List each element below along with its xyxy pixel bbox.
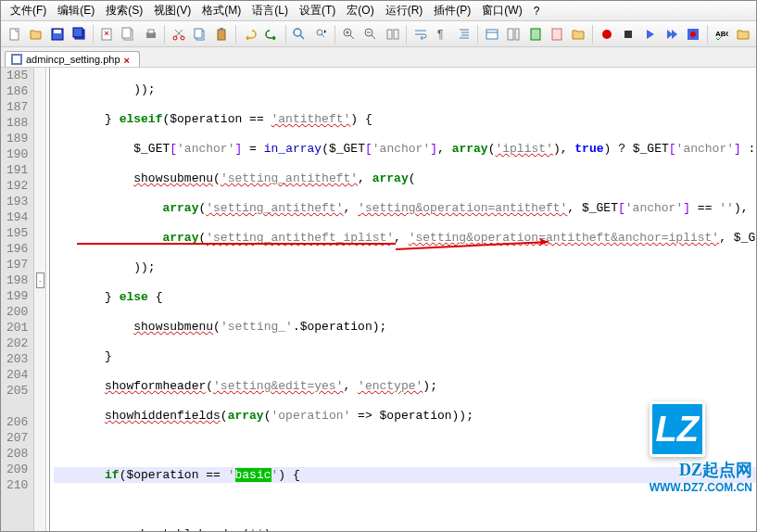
close-icon[interactable]	[97, 24, 117, 44]
svg-rect-7	[122, 28, 131, 38]
redo-icon[interactable]	[262, 24, 282, 44]
new-file-icon[interactable]	[5, 24, 24, 44]
user-lang-icon[interactable]	[482, 24, 501, 44]
svg-rect-29	[625, 31, 632, 38]
menu-search[interactable]: 搜索(S)	[100, 1, 148, 20]
menu-edit[interactable]: 编辑(E)	[52, 1, 100, 20]
find-icon[interactable]	[290, 24, 309, 44]
menu-settings[interactable]: 设置(T)	[294, 1, 341, 20]
replace-icon[interactable]	[311, 24, 331, 44]
play-multi-icon[interactable]	[662, 24, 681, 44]
svg-rect-24	[508, 29, 513, 40]
menu-plugins[interactable]: 插件(P)	[428, 1, 476, 20]
code-editor[interactable]: 1851861871881891901911921931941951961971…	[1, 68, 756, 531]
svg-rect-26	[531, 29, 540, 40]
open-file-icon[interactable]	[26, 24, 45, 44]
menu-file[interactable]: 文件(F)	[5, 1, 52, 20]
svg-rect-25	[515, 29, 519, 40]
paste-icon[interactable]	[212, 24, 232, 44]
dir-icon[interactable]	[733, 24, 752, 44]
watermark-url: WWW.DZ7.COM.CN	[650, 481, 752, 494]
tab-close-icon[interactable]: ×	[124, 55, 133, 64]
copy-icon[interactable]	[191, 24, 210, 44]
annotation-underline	[77, 243, 396, 245]
menu-format[interactable]: 格式(M)	[196, 1, 246, 20]
menu-macro[interactable]: 宏(O)	[341, 1, 379, 20]
close-all-icon[interactable]	[120, 24, 139, 44]
undo-icon[interactable]	[240, 24, 259, 44]
line-number-gutter: 1851861871881891901911921931941951961971…	[1, 68, 33, 531]
watermark-logo: LZ	[650, 401, 705, 457]
tab-bar: admincp_setting.php ×	[1, 47, 756, 68]
toolbar: ¶ ABC	[1, 21, 756, 47]
svg-rect-23	[486, 30, 498, 39]
menu-view[interactable]: 视图(V)	[148, 1, 196, 20]
svg-rect-15	[220, 28, 223, 31]
svg-line-35	[396, 242, 549, 249]
print-icon[interactable]	[141, 24, 160, 44]
svg-rect-13	[195, 29, 202, 38]
indent-guide-icon[interactable]	[454, 24, 473, 44]
zoom-out-icon[interactable]	[361, 24, 381, 44]
word-wrap-icon[interactable]	[410, 24, 430, 44]
record-macro-icon[interactable]	[597, 24, 616, 44]
cut-icon[interactable]	[169, 24, 188, 44]
php-file-icon	[11, 54, 22, 65]
sync-scroll-icon[interactable]	[383, 24, 402, 44]
watermark: LZ DZ起点网 WWW.DZ7.COM.CN	[650, 401, 752, 494]
tab-filename: admincp_setting.php	[26, 54, 120, 65]
menu-bar: 文件(F) 编辑(E) 搜索(S) 视图(V) 格式(M) 语言(L) 设置(T…	[1, 1, 756, 21]
doc-list-icon[interactable]	[525, 24, 545, 44]
save-icon[interactable]	[48, 24, 68, 44]
svg-rect-2	[54, 30, 61, 33]
annotation-arrow	[396, 238, 562, 257]
svg-rect-20	[387, 30, 392, 39]
svg-text:¶: ¶	[437, 28, 443, 41]
svg-rect-5	[102, 29, 111, 40]
stop-macro-icon[interactable]	[618, 24, 637, 44]
menu-language[interactable]: 语言(L)	[246, 1, 294, 20]
svg-rect-0	[10, 29, 19, 40]
menu-window[interactable]: 窗口(W)	[476, 1, 527, 20]
doc-map-icon[interactable]	[504, 24, 524, 44]
svg-rect-34	[13, 56, 20, 63]
zoom-in-icon[interactable]	[339, 24, 359, 44]
spellcheck-icon[interactable]: ABC	[712, 24, 731, 44]
svg-point-28	[602, 30, 612, 39]
menu-run[interactable]: 运行(R)	[380, 1, 429, 20]
show-all-chars-icon[interactable]: ¶	[433, 24, 452, 44]
svg-rect-21	[394, 30, 398, 39]
folder-panel-icon[interactable]	[569, 24, 588, 44]
svg-rect-9	[148, 30, 154, 33]
play-macro-icon[interactable]	[640, 24, 660, 44]
save-macro-icon[interactable]	[683, 24, 702, 44]
menu-help[interactable]: ?	[528, 3, 546, 19]
func-list-icon[interactable]	[547, 24, 566, 44]
save-all-icon[interactable]	[69, 24, 89, 44]
watermark-text-cn: DZ起点网	[650, 459, 752, 481]
svg-rect-14	[218, 30, 225, 40]
svg-point-16	[294, 29, 301, 36]
file-tab[interactable]: admincp_setting.php ×	[5, 51, 140, 67]
fold-gutter: -	[33, 68, 46, 531]
svg-rect-4	[73, 28, 82, 37]
svg-point-31	[690, 32, 696, 37]
svg-rect-27	[552, 29, 561, 40]
